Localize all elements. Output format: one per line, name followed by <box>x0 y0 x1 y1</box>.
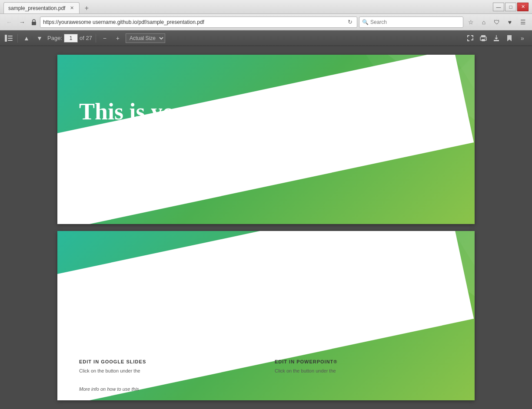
tab-close-button[interactable]: ✕ <box>69 5 75 11</box>
pdf-content[interactable]: This is your presentation title Instruct… <box>0 46 532 409</box>
search-input[interactable] <box>370 19 460 25</box>
pdf-separator-1 <box>17 34 18 43</box>
slide-2-col1-heading: EDIT IN GOOGLE SLIDES <box>79 359 257 364</box>
pdf-bookmark-button[interactable] <box>503 32 515 44</box>
new-tab-button[interactable]: + <box>81 3 92 13</box>
home-button[interactable]: ⌂ <box>478 16 489 28</box>
search-bar[interactable]: 🔍 <box>359 16 463 28</box>
back-button[interactable]: ← <box>3 16 15 28</box>
search-icon: 🔍 <box>362 19 369 25</box>
slide-2-content: EDIT IN GOOGLE SLIDES Click on the butto… <box>57 359 475 374</box>
minimize-button[interactable]: — <box>493 3 504 11</box>
slide-2: Instructions for use EDIT IN GOOGLE SLID… <box>57 231 475 400</box>
pdf-zoom-out-button[interactable]: − <box>100 33 110 43</box>
svg-rect-9 <box>494 40 499 41</box>
security-icon <box>30 16 38 28</box>
slide-2-col2-heading: EDIT IN POWERPOINT® <box>275 359 453 364</box>
pdf-right-buttons: » <box>464 32 529 44</box>
slide-2-col-2: EDIT IN POWERPOINT® Click on the button … <box>275 359 453 374</box>
tab-area: sample_presentation.pdf ✕ + <box>3 0 493 13</box>
slide-2-bottom-text: More info on how to use this <box>79 386 139 392</box>
forward-button[interactable]: → <box>17 16 28 28</box>
page-number-input[interactable] <box>64 34 78 43</box>
firefox-shield-button[interactable]: 🛡 <box>491 16 502 28</box>
slide-2-col2-text: Click on the button under the <box>275 368 453 374</box>
slide-2-col-1: EDIT IN GOOGLE SLIDES Click on the butto… <box>79 359 257 374</box>
url-text: https://yourawesome username.github.io/p… <box>43 19 344 25</box>
svg-rect-4 <box>8 40 13 41</box>
pdf-download-button[interactable] <box>490 32 502 44</box>
svg-rect-7 <box>482 39 485 41</box>
slide-2-col1-text: Click on the button under the <box>79 368 257 374</box>
pdf-next-page-button[interactable]: ▼ <box>34 33 45 43</box>
page-label: Page: <box>47 35 62 41</box>
page-navigation: Page: of 27 <box>47 34 92 43</box>
page-total: of 27 <box>80 35 92 41</box>
svg-rect-3 <box>8 38 13 39</box>
firefox-account-button[interactable]: ♥ <box>504 16 515 28</box>
slide-2-title: Instructions for use <box>79 283 216 302</box>
bookmarks-button[interactable]: ☆ <box>465 16 476 28</box>
nav-bar: ← → https://yourawesome username.github.… <box>0 14 532 30</box>
reload-button[interactable]: ↻ <box>346 18 354 26</box>
title-bar: sample_presentation.pdf ✕ + — □ ✕ <box>0 0 532 14</box>
pdf-prev-page-button[interactable]: ▲ <box>21 33 32 43</box>
maximize-button[interactable]: □ <box>505 3 516 11</box>
svg-rect-1 <box>5 35 7 42</box>
slide-1: This is your presentation title <box>57 55 475 224</box>
pdf-more-button[interactable]: » <box>516 32 529 44</box>
active-tab[interactable]: sample_presentation.pdf ✕ <box>3 2 80 13</box>
zoom-control: Actual Size <box>126 33 165 43</box>
url-bar[interactable]: https://yourawesome username.github.io/p… <box>40 16 357 28</box>
slide-1-title: This is your presentation title <box>79 98 388 125</box>
tab-label: sample_presentation.pdf <box>8 5 65 11</box>
pdf-separator-2 <box>96 34 96 43</box>
pdf-fullscreen-button[interactable] <box>464 32 476 44</box>
window-controls: — □ ✕ <box>493 3 529 11</box>
svg-rect-2 <box>8 36 13 36</box>
pdf-toolbar: ▲ ▼ Page: of 27 − + Actual Size <box>0 30 532 46</box>
menu-button[interactable]: ☰ <box>517 16 529 28</box>
svg-point-8 <box>485 38 485 39</box>
svg-rect-0 <box>32 22 36 25</box>
pdf-sidebar-button[interactable] <box>3 33 14 43</box>
pdf-zoom-in-button[interactable]: + <box>113 33 123 43</box>
close-button[interactable]: ✕ <box>517 3 529 11</box>
pdf-print-button[interactable] <box>477 32 489 44</box>
zoom-select[interactable]: Actual Size <box>126 33 165 43</box>
